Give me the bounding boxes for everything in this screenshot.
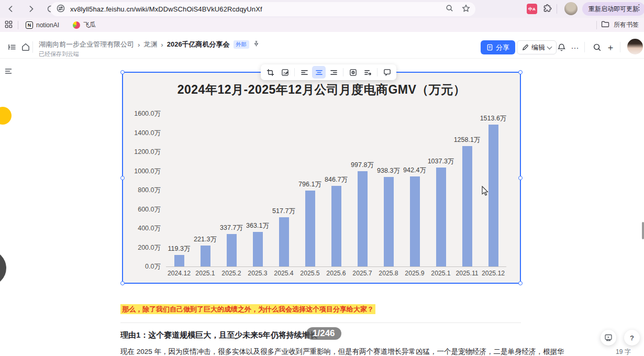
chart-title: 2024年12月-2025年12月公司月度电商GMV（万元） — [123, 82, 520, 98]
more-actions-icon[interactable]: ··· — [570, 42, 580, 52]
bar-value-label: 997.8万 — [351, 161, 374, 170]
selection-handle[interactable] — [518, 281, 523, 285]
record-widget-icon — [604, 333, 613, 342]
bookmarks-bar: N notionAI 飞瓜 所有书签 — [0, 18, 644, 32]
chart-bar-cell: 846.7万 — [323, 114, 349, 266]
doc-divider — [120, 322, 521, 323]
doc-outline-icon[interactable] — [4, 67, 13, 77]
share-button[interactable]: 分享 — [481, 40, 515, 54]
breadcrumb-page-title[interactable]: 2026千亿商机分享会 — [167, 40, 230, 49]
browser-menu-icon[interactable]: ⋮ — [635, 3, 642, 12]
browser-toolbar: xv8lyll5haz.feishu.cn/wiki/MxDDwSChOiS4B… — [0, 0, 644, 18]
copy-link-icon[interactable] — [346, 66, 360, 79]
forward-icon[interactable] — [23, 1, 39, 17]
body-paragraph[interactable]: 现在 2025 年，因为疫情冲击，很多实体以及很多产业收到严重影响，但是有两个赛… — [120, 347, 534, 356]
breadcrumb-space[interactable]: 龙渊 — [143, 40, 157, 49]
create-new-icon[interactable]: ＋ — [605, 42, 616, 52]
wiki-tree-toggle-icon[interactable] — [7, 42, 17, 52]
help-button[interactable]: ? — [624, 330, 640, 346]
rename-icon[interactable] — [278, 66, 292, 79]
edit-button[interactable]: 编辑 — [517, 40, 557, 54]
bar — [201, 246, 210, 266]
align-right-icon[interactable] — [327, 66, 340, 79]
apps-grid-icon[interactable] — [5, 20, 13, 30]
comment-icon[interactable] — [380, 66, 394, 79]
bookmarks-divider — [596, 21, 597, 29]
selection-handle[interactable] — [518, 70, 523, 74]
x-tick-label: 2025.6 — [323, 270, 349, 277]
page-counter-badge: 1/246 — [306, 327, 341, 340]
all-bookmarks-folder-icon[interactable] — [601, 20, 609, 29]
selection-handle[interactable] — [120, 176, 125, 180]
site-settings-icon[interactable] — [57, 4, 65, 15]
chart-bar-cell: 1037.3万 — [428, 114, 454, 266]
chart-xaxis: 2024.122025.12025.22025.32025.42025.5202… — [166, 270, 506, 277]
x-tick-label: 2025.1 — [428, 270, 454, 277]
chart-bar-cell: 363.1万 — [245, 114, 271, 266]
chart-bar-cell: 517.7万 — [271, 114, 297, 266]
bar-value-label: 1037.3万 — [428, 157, 454, 166]
all-bookmarks-label[interactable]: 所有书签 — [614, 20, 639, 29]
bar — [410, 176, 420, 266]
url-text[interactable]: xv8lyll5haz.feishu.cn/wiki/MxDDwSChOiS4B… — [70, 5, 262, 13]
breadcrumb-separator: › — [161, 41, 163, 49]
extensions-icon[interactable] — [542, 4, 552, 16]
y-tick-label: 1400.0万 — [134, 129, 161, 138]
bar — [279, 217, 289, 267]
chart-yaxis: 0.0万200.0万400.0万600.0万800.0万1000.0万1200.… — [123, 114, 161, 267]
url-bar[interactable]: xv8lyll5haz.feishu.cn/wiki/MxDDwSChOiS4B… — [50, 2, 475, 16]
x-tick-label: 2025.2 — [218, 270, 245, 277]
bar-value-label: 796.1万 — [298, 180, 321, 189]
selection-handle[interactable] — [120, 281, 125, 285]
bookmark-notionai[interactable]: N notionAI — [24, 20, 61, 30]
selection-handle[interactable] — [120, 70, 125, 74]
chart-bar-cell: 796.1万 — [297, 114, 323, 266]
y-tick-label: 400.0万 — [138, 224, 161, 233]
bookmarks-divider — [18, 21, 18, 29]
floating-bubble-dark[interactable] — [0, 250, 6, 286]
search-icon[interactable] — [592, 42, 602, 52]
scrollbar-thumb[interactable] — [642, 222, 644, 239]
browser-profile-avatar[interactable] — [564, 2, 578, 15]
crop-icon[interactable] — [263, 66, 277, 79]
pin-icon[interactable] — [253, 40, 260, 49]
back-icon[interactable] — [3, 1, 19, 17]
y-tick-label: 1200.0万 — [134, 148, 161, 157]
selection-handle[interactable] — [518, 176, 523, 180]
chart-bar-cell: 337.7万 — [218, 114, 245, 266]
chevron-down-icon — [547, 44, 552, 49]
header-divider — [620, 42, 620, 52]
home-icon[interactable] — [21, 42, 30, 52]
toolbar-divider — [294, 68, 295, 76]
x-tick-label: 2025.3 — [245, 270, 271, 277]
breadcrumb-org[interactable]: 湖南向前一步企业管理有限公司 — [39, 40, 134, 49]
bar-value-label: 1258.1万 — [454, 136, 481, 144]
x-tick-label: 2025.5 — [297, 270, 323, 277]
doc-widget-button[interactable] — [601, 330, 616, 346]
user-avatar[interactable] — [627, 39, 643, 54]
convert-icon[interactable] — [361, 66, 374, 79]
translate-extension-icon[interactable]: 中A — [527, 4, 537, 14]
notifications-bell-icon[interactable] — [556, 42, 567, 52]
chart-bar-cell: 997.8万 — [349, 114, 375, 266]
y-tick-label: 1600.0万 — [134, 109, 161, 118]
bar-value-label: 221.3万 — [194, 235, 217, 244]
bar-value-label: 846.7万 — [325, 175, 348, 184]
bookmark-feigua[interactable]: 飞瓜 — [71, 20, 98, 30]
image-toolbar — [261, 64, 396, 80]
word-count: 19 字 — [616, 348, 631, 356]
align-left-icon[interactable] — [297, 66, 311, 79]
floating-bubble-yellow[interactable] — [0, 107, 12, 125]
reason-heading[interactable]: 理由1：这个赛道规模巨大，且至少未来5年仍将持续增长 — [120, 330, 318, 340]
zoom-icon[interactable] — [446, 4, 453, 14]
notion-icon: N — [26, 21, 33, 29]
chart-bar-cell: 938.3万 — [375, 114, 402, 266]
highlighted-question[interactable]: 那么，除了我们自己做到了巨大的成绩之外，为什么我会选择这个项目分享给大家？ — [120, 305, 375, 314]
bar — [436, 168, 446, 266]
bar — [331, 186, 341, 267]
bookmark-star-icon[interactable] — [462, 4, 470, 15]
chart-bars: 119.3万221.3万337.7万363.1万517.7万796.1万846.… — [166, 114, 506, 267]
align-center-icon[interactable] — [312, 66, 326, 79]
x-tick-label: 2025.12 — [480, 270, 506, 277]
chart-image[interactable]: 2024年12月-2025年12月公司月度电商GMV（万元） 0.0万200.0… — [122, 72, 521, 284]
